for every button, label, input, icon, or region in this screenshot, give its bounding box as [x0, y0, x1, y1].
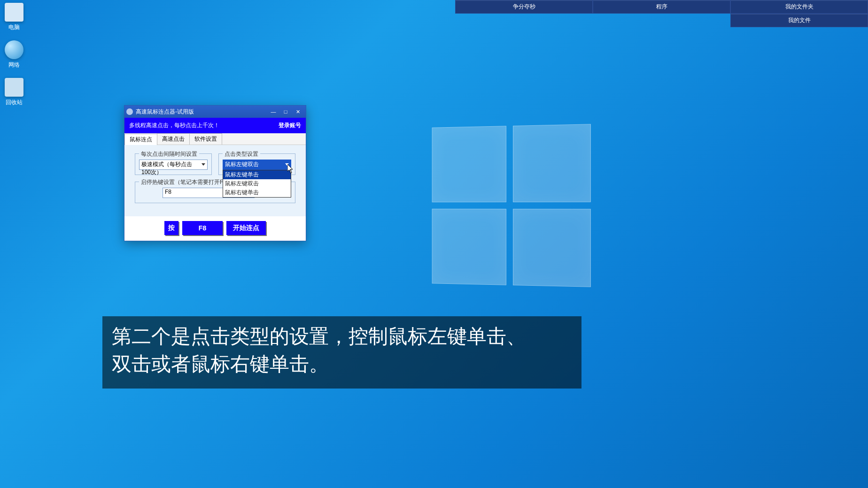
panel-body: 每次点击间隔时间设置 极速模式（每秒点击100次） 点击类型设置 鼠标左键双击 … — [124, 145, 306, 216]
window-title: 高速鼠标连点器-试用版 — [136, 108, 267, 116]
desktop-icon-computer[interactable]: 电脑 — [0, 3, 28, 31]
subtitle-line1: 第二个是点击类型的设置，控制鼠标左键单击、 — [112, 323, 572, 351]
group-interval: 每次点击间隔时间设置 极速模式（每秒点击100次） — [135, 153, 212, 175]
interval-select[interactable]: 极速模式（每秒点击100次） — [139, 160, 208, 170]
cursor-icon — [287, 164, 294, 174]
windows-logo — [432, 124, 591, 287]
subtitle-line2: 双击或者鼠标右键单击。 — [112, 351, 572, 378]
clicktype-option-left-double[interactable]: 鼠标左键双击 — [223, 179, 291, 188]
clicktype-option-right-single[interactable]: 鼠标右键单击 — [223, 188, 291, 197]
login-link[interactable]: 登录账号 — [279, 122, 301, 130]
fkey-button[interactable]: F8 — [182, 221, 223, 235]
clicktype-option-left-single[interactable]: 鼠标左键单击 — [223, 170, 291, 179]
subtitle-caption: 第二个是点击类型的设置，控制鼠标左键单击、 双击或者鼠标右键单击。 — [102, 316, 581, 389]
top-menu-program[interactable]: 程序 — [593, 0, 730, 14]
banner: 多线程高速点击，每秒点击上千次！ 登录账号 — [124, 118, 306, 133]
app-icon — [126, 108, 133, 115]
clicktype-select[interactable]: 鼠标左键双击 — [223, 160, 291, 170]
maximize-button[interactable]: □ — [279, 107, 292, 116]
group-clicktype: 点击类型设置 鼠标左键双击 鼠标左键单击 鼠标左键双击 鼠标右键单击 — [218, 153, 295, 175]
app-window: 高速鼠标连点器-试用版 — □ ✕ 多线程高速点击，每秒点击上千次！ 登录账号 … — [124, 105, 306, 241]
tab-high-speed[interactable]: 高速点击 — [157, 133, 190, 145]
top-menu-second[interactable]: 争分夺秒 — [455, 0, 593, 14]
tab-bar: 鼠标连点 高速点击 软件设置 — [124, 133, 306, 145]
desktop-icon-label: 电脑 — [8, 24, 20, 30]
top-menu-bar: 争分夺秒 程序 我的文件夹 我的文件 — [455, 0, 868, 27]
titlebar[interactable]: 高速鼠标连点器-试用版 — □ ✕ — [124, 106, 306, 118]
minimize-button[interactable]: — — [267, 107, 279, 116]
top-menu-myfolder[interactable]: 我的文件夹 — [730, 0, 868, 14]
button-row: 按 F8 开始连点 — [124, 216, 306, 241]
start-button[interactable]: 开始连点 — [226, 221, 266, 235]
press-button[interactable]: 按 — [164, 221, 178, 235]
network-icon — [5, 40, 23, 59]
tab-mouse-click[interactable]: 鼠标连点 — [124, 134, 157, 145]
clicktype-dropdown: 鼠标左键单击 鼠标左键双击 鼠标右键单击 — [223, 170, 291, 198]
desktop-icon-network[interactable]: 网络 — [0, 40, 28, 69]
tab-settings[interactable]: 软件设置 — [189, 133, 222, 145]
computer-icon — [5, 3, 23, 22]
recyclebin-icon — [5, 78, 23, 97]
desktop-icon-label: 回收站 — [6, 99, 23, 106]
group-interval-legend: 每次点击间隔时间设置 — [139, 150, 199, 158]
banner-slogan: 多线程高速点击，每秒点击上千次！ — [129, 122, 219, 130]
close-button[interactable]: ✕ — [292, 107, 304, 116]
group-clicktype-legend: 点击类型设置 — [223, 150, 260, 158]
desktop-icon-recyclebin[interactable]: 回收站 — [0, 78, 28, 107]
desktop-icon-label: 网络 — [8, 61, 20, 68]
top-menu-myfile[interactable]: 我的文件 — [730, 14, 868, 27]
